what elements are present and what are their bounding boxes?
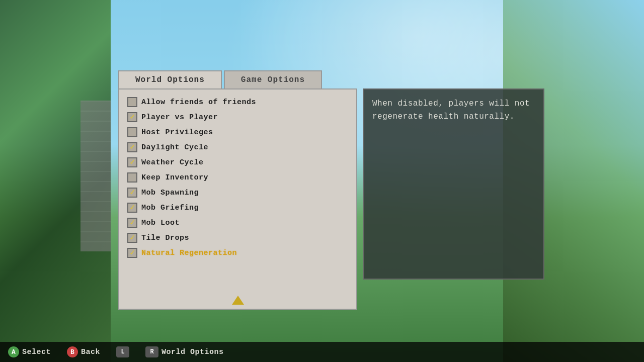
checkbox-weather_cycle: ✓ bbox=[127, 157, 137, 167]
checkmark-icon: ✓ bbox=[130, 189, 135, 197]
option-label-player_vs_player: Player vs Player bbox=[141, 113, 218, 122]
option-item-mob_loot[interactable]: ✓Mob Loot bbox=[127, 215, 348, 230]
option-label-daylight_cycle: Daylight Cycle bbox=[141, 143, 208, 152]
checkbox-mob_loot: ✓ bbox=[127, 218, 137, 228]
option-item-mob_griefing[interactable]: ✓Mob Griefing bbox=[127, 200, 348, 215]
tab-game-label: Game Options bbox=[241, 75, 305, 84]
description-panel: When disabled, players will not regenera… bbox=[363, 88, 544, 280]
checkmark-icon: ✓ bbox=[130, 219, 135, 227]
btn-a-icon: A bbox=[8, 346, 19, 357]
checkbox-player_vs_player: ✓ bbox=[127, 112, 137, 122]
btn-a-label: A bbox=[12, 348, 16, 356]
option-label-host_privileges: Host Privileges bbox=[141, 128, 213, 137]
option-item-daylight_cycle[interactable]: ✓Daylight Cycle bbox=[127, 140, 348, 155]
checkbox-tile_drops: ✓ bbox=[127, 233, 137, 243]
option-item-allow_friends_of_friends[interactable]: Allow friends of friends bbox=[127, 95, 348, 110]
btn-b-action: Back bbox=[81, 348, 100, 356]
btn-a-group: A Select bbox=[8, 346, 51, 357]
option-item-tile_drops[interactable]: ✓Tile Drops bbox=[127, 230, 348, 245]
tabs-row: World Options Game Options bbox=[118, 70, 322, 88]
tab-world-options[interactable]: World Options bbox=[118, 70, 222, 88]
option-label-natural_regeneration: Natural Regeneration bbox=[141, 249, 237, 257]
tab-game-options[interactable]: Game Options bbox=[224, 70, 322, 88]
option-item-player_vs_player[interactable]: ✓Player vs Player bbox=[127, 110, 348, 125]
options-list: Allow friends of friends✓Player vs Playe… bbox=[127, 95, 348, 260]
checkbox-daylight_cycle: ✓ bbox=[127, 142, 137, 152]
checkmark-icon: ✓ bbox=[130, 204, 135, 212]
description-text: When disabled, players will not regenera… bbox=[372, 98, 535, 123]
checkmark-icon: ✓ bbox=[130, 143, 135, 151]
option-item-weather_cycle[interactable]: ✓Weather Cycle bbox=[127, 155, 348, 170]
option-item-host_privileges[interactable]: Host Privileges bbox=[127, 125, 348, 140]
option-label-allow_friends_of_friends: Allow friends of friends bbox=[141, 98, 256, 107]
scroll-indicator bbox=[232, 296, 244, 305]
btn-r-label: R bbox=[150, 348, 153, 355]
btn-r-action: World Options bbox=[162, 348, 224, 356]
btn-b-icon: B bbox=[67, 346, 78, 357]
checkmark-icon: ✓ bbox=[130, 158, 135, 166]
scroll-up-icon bbox=[232, 296, 244, 305]
option-label-mob_spawning: Mob Spawning bbox=[141, 189, 199, 197]
checkmark-icon: ✓ bbox=[130, 234, 135, 242]
btn-l-group: L bbox=[116, 346, 129, 357]
btn-l-label: L bbox=[121, 348, 124, 355]
option-label-mob_loot: Mob Loot bbox=[141, 219, 180, 227]
options-panel: Allow friends of friends✓Player vs Playe… bbox=[118, 88, 357, 310]
checkmark-icon: ✓ bbox=[130, 249, 135, 257]
btn-a-action: Select bbox=[22, 348, 51, 356]
checkbox-mob_griefing: ✓ bbox=[127, 203, 137, 213]
checkbox-keep_inventory bbox=[127, 172, 137, 183]
option-label-tile_drops: Tile Drops bbox=[141, 234, 189, 242]
stone-wall bbox=[80, 101, 111, 251]
option-label-weather_cycle: Weather Cycle bbox=[141, 158, 204, 167]
checkbox-host_privileges bbox=[127, 127, 137, 137]
btn-b-group: B Back bbox=[67, 346, 100, 357]
main-panel: World Options Game Options Allow friends… bbox=[118, 70, 357, 310]
btn-r-group: R World Options bbox=[145, 346, 224, 357]
btn-r-icon: R bbox=[145, 346, 158, 357]
checkbox-mob_spawning: ✓ bbox=[127, 188, 137, 198]
checkbox-allow_friends_of_friends bbox=[127, 97, 137, 107]
option-item-natural_regeneration[interactable]: ✓Natural Regeneration bbox=[127, 245, 348, 260]
option-item-keep_inventory[interactable]: Keep Inventory bbox=[127, 170, 348, 185]
bottom-bar: A Select B Back L R World Options bbox=[0, 342, 644, 362]
btn-l-icon: L bbox=[116, 346, 129, 357]
ui-container: World Options Game Options Allow friends… bbox=[118, 70, 544, 310]
btn-b-label: B bbox=[70, 348, 74, 356]
option-item-mob_spawning[interactable]: ✓Mob Spawning bbox=[127, 185, 348, 200]
option-label-mob_griefing: Mob Griefing bbox=[141, 204, 199, 212]
checkbox-natural_regeneration: ✓ bbox=[127, 248, 137, 258]
tab-world-label: World Options bbox=[135, 75, 205, 84]
option-label-keep_inventory: Keep Inventory bbox=[141, 173, 208, 182]
checkmark-icon: ✓ bbox=[130, 113, 135, 121]
